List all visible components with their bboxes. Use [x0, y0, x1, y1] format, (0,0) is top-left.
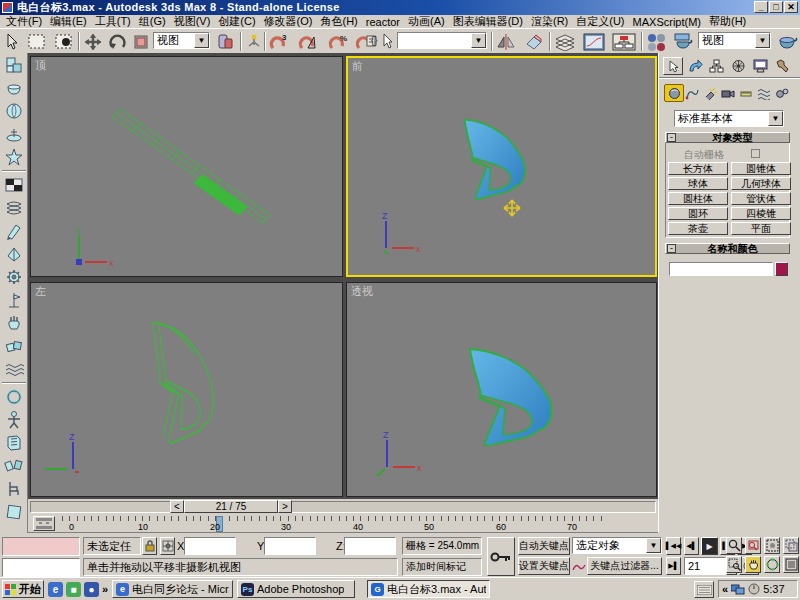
select-manipulate-icon[interactable]: [244, 31, 264, 52]
button-pyramid[interactable]: 四棱锥: [731, 207, 791, 220]
viewport-front[interactable]: 前 Z x: [346, 56, 657, 277]
menu-group[interactable]: 组(G): [135, 14, 170, 29]
maximize-viewport-icon[interactable]: [783, 556, 799, 573]
character-icon[interactable]: [2, 409, 26, 431]
y-input[interactable]: [264, 537, 316, 555]
button-tube[interactable]: 管状体: [731, 192, 791, 205]
menu-file[interactable]: 文件(F): [2, 14, 46, 29]
quicklaunch-msn-icon[interactable]: ●: [84, 582, 99, 597]
dropdown-arrow-icon[interactable]: ▼: [471, 33, 486, 48]
tab-modify-icon[interactable]: [685, 57, 705, 75]
viewport-perspective[interactable]: 透视 Z x: [346, 282, 657, 497]
named-selection-sets-icon[interactable]: {}: [370, 31, 394, 52]
snap-toggle-3d-icon[interactable]: 3: [268, 31, 291, 52]
quicklaunch-ie-icon[interactable]: e: [48, 582, 63, 597]
play-button[interactable]: ▶: [701, 537, 718, 555]
use-pivot-center-icon[interactable]: [214, 31, 236, 52]
mirror-icon[interactable]: [495, 31, 517, 52]
time-slider-prev[interactable]: <: [170, 500, 184, 513]
quick-render-icon[interactable]: [775, 31, 799, 52]
button-cylinder[interactable]: 圆柱体: [668, 192, 728, 205]
reference-coordinate-dropdown[interactable]: 视图▼: [153, 32, 210, 49]
spray-icon[interactable]: [2, 123, 26, 145]
primitive-category-dropdown[interactable]: 标准基本体▼: [674, 110, 784, 127]
x-input[interactable]: [184, 537, 236, 555]
menu-maxscript[interactable]: MAXScript(M): [629, 16, 705, 28]
subtab-cameras-icon[interactable]: [718, 84, 738, 102]
dropdown-arrow-icon[interactable]: ▼: [755, 33, 770, 48]
key-mode-dropdown[interactable]: 选定对象▼: [572, 537, 662, 554]
maxscript-mini-listener-white[interactable]: [2, 558, 80, 577]
menu-views[interactable]: 视图(V): [170, 14, 215, 29]
object-name-input[interactable]: [669, 262, 773, 276]
button-box[interactable]: 长方体: [668, 162, 728, 175]
time-slider-next[interactable]: >: [278, 500, 292, 513]
zoom-extents-all-icon[interactable]: [783, 537, 799, 554]
subtab-lights-icon[interactable]: [700, 84, 720, 102]
subtab-shapes-icon[interactable]: [682, 84, 702, 102]
object-type-rollout[interactable]: -对象类型: [665, 132, 790, 143]
viewport-top[interactable]: 顶 Y x: [30, 56, 343, 277]
button-cone[interactable]: 圆锥体: [731, 162, 791, 175]
tray-network-icon[interactable]: [731, 583, 745, 595]
sphere-icon[interactable]: [2, 100, 26, 122]
select-rotate-icon[interactable]: [106, 31, 128, 52]
pan-hand-icon[interactable]: [745, 556, 761, 573]
tray-volume-icon[interactable]: [748, 583, 760, 595]
menu-modifiers[interactable]: 修改器(O): [260, 14, 317, 29]
task-photoshop[interactable]: Ps Adobe Photoshop: [237, 580, 355, 598]
zoom-extents-icon[interactable]: [764, 537, 780, 554]
autogrid-checkbox[interactable]: [751, 149, 760, 158]
subtab-helpers-icon[interactable]: [736, 84, 756, 102]
button-sphere[interactable]: 球体: [668, 177, 728, 190]
quicklaunch-desktop-icon[interactable]: ■: [66, 582, 81, 597]
dropdown-arrow-icon[interactable]: ▼: [768, 111, 783, 126]
object-color-swatch[interactable]: [775, 262, 788, 276]
boxes-icon[interactable]: [2, 335, 26, 357]
time-slider-track[interactable]: [30, 501, 656, 513]
viewport-left[interactable]: 左 Z: [30, 282, 343, 497]
tab-hierarchy-icon[interactable]: [706, 57, 726, 75]
button-geosphere[interactable]: 几何球体: [731, 177, 791, 190]
select-object-icon[interactable]: [3, 31, 21, 52]
button-teapot[interactable]: 茶壶: [668, 222, 728, 235]
rectangular-selection-icon[interactable]: [25, 31, 48, 52]
render-preset-dropdown[interactable]: 视图▼: [698, 32, 771, 49]
current-frame-input[interactable]: 21: [684, 557, 726, 575]
dropdown-arrow-icon[interactable]: ▼: [194, 33, 209, 48]
subtab-geometry-icon[interactable]: [664, 84, 684, 102]
curve-editor-icon[interactable]: [582, 31, 606, 52]
task-ie-window[interactable]: e 电白同乡论坛 - Micr...: [112, 580, 233, 598]
star-shape-icon[interactable]: [2, 146, 26, 168]
go-to-start-button[interactable]: ▌◀◀: [666, 537, 681, 555]
selection-filter-icon[interactable]: [52, 31, 75, 52]
name-color-rollout[interactable]: -名称和颜色: [665, 243, 790, 254]
selection-lock-icon[interactable]: [142, 537, 157, 555]
maxscript-mini-listener-pink[interactable]: [2, 537, 80, 556]
close-button[interactable]: ✕: [784, 1, 798, 13]
select-move-icon[interactable]: [82, 31, 104, 52]
select-scale-icon[interactable]: [131, 31, 151, 52]
render-scene-icon[interactable]: [671, 31, 695, 52]
subtab-systems-icon[interactable]: [772, 84, 792, 102]
waves-icon[interactable]: [2, 358, 26, 380]
menu-character[interactable]: 角色(H): [317, 14, 362, 29]
menu-customize[interactable]: 自定义(U): [572, 14, 628, 29]
material-editor-icon[interactable]: [645, 31, 667, 52]
mini-curve-editor-button[interactable]: [33, 516, 55, 531]
quicklaunch-overflow-chevron[interactable]: »: [102, 583, 108, 595]
button-torus[interactable]: 圆环: [668, 207, 728, 220]
hand-tool-icon[interactable]: [2, 312, 26, 334]
layer-manager-icon[interactable]: [553, 31, 577, 52]
align-icon[interactable]: [523, 31, 545, 52]
book-icon[interactable]: [2, 432, 26, 454]
knot-icon[interactable]: [2, 386, 26, 408]
menu-graph-editors[interactable]: 图表编辑器(D): [449, 14, 527, 29]
teapot-icon[interactable]: [2, 77, 26, 99]
prev-frame-button[interactable]: ◀▌: [684, 537, 699, 555]
menu-help[interactable]: 帮助(H): [705, 14, 750, 29]
chair-icon[interactable]: [2, 478, 26, 500]
tab-create-icon[interactable]: [663, 57, 683, 75]
tab-utilities-icon[interactable]: [772, 57, 792, 75]
auto-key-button[interactable]: 自动关键点: [518, 537, 570, 555]
